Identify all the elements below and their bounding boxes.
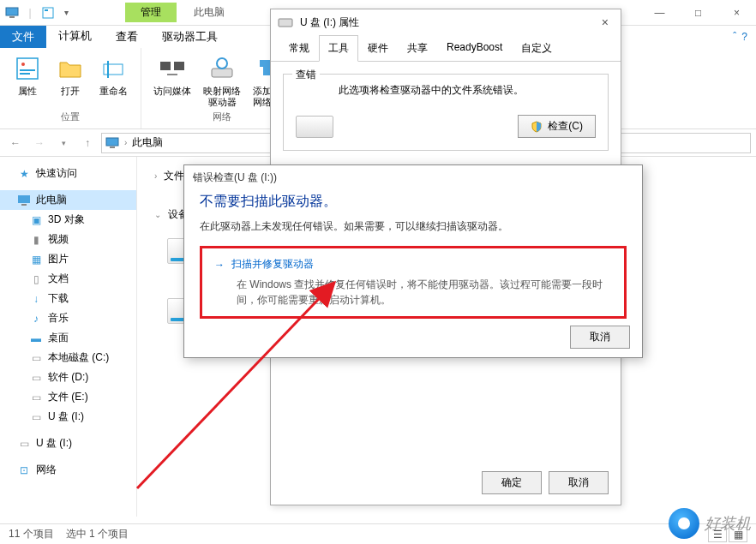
tab-custom[interactable]: 自定义: [512, 35, 561, 62]
check-button[interactable]: 检查(C): [518, 115, 596, 138]
cancel-button[interactable]: 取消: [549, 471, 609, 494]
pc-icon: [105, 137, 119, 149]
tab-file[interactable]: 文件: [0, 26, 46, 48]
svg-rect-9: [107, 61, 109, 78]
action-heading: 扫描并修复驱动器: [231, 257, 314, 272]
dialog-body: 查错 此选项将检查驱动器中的文件系统错误。 检查(C): [271, 62, 621, 163]
ribbon-collapse-icon[interactable]: ˆ ?: [724, 26, 756, 48]
sidebar-3d-objects[interactable]: ▣3D 对象: [0, 210, 136, 230]
close-button[interactable]: ×: [717, 1, 756, 25]
svg-rect-1: [9, 16, 15, 18]
sidebar-documents[interactable]: ▯文档: [0, 269, 136, 289]
drive-icon: [296, 116, 333, 138]
pictures-icon: ▦: [29, 253, 43, 266]
qat: | ▾: [0, 5, 74, 21]
map-drive-icon: [208, 55, 236, 82]
folder-open-icon: [57, 55, 84, 82]
dialog-footer: 取消: [570, 326, 630, 349]
video-icon: ▮: [29, 233, 43, 247]
address-text: 此电脑: [132, 135, 163, 150]
nav-up-button[interactable]: ↑: [77, 133, 98, 153]
sidebar-u-drive[interactable]: ▭U 盘 (I:): [0, 407, 136, 427]
watermark-icon: [669, 508, 699, 539]
dialog-heading: 不需要扫描此驱动器。: [200, 193, 627, 211]
sidebar-c-drive[interactable]: ▭本地磁盘 (C:): [0, 348, 136, 368]
sidebar-item-label: 3D 对象: [48, 212, 85, 227]
item-count: 11 个项目: [9, 527, 54, 541]
map-drive-button[interactable]: 映射网络 驱动器: [198, 51, 246, 111]
rename-label: 重命名: [99, 86, 128, 97]
pc-icon: [17, 194, 31, 207]
sidebar-e-drive[interactable]: ▭文件 (E:): [0, 387, 136, 407]
access-media-button[interactable]: 访问媒体: [148, 51, 196, 111]
scan-repair-action[interactable]: → 扫描并修复驱动器 在 Windows 查找并修复任何错误时，将不能使用驱动器…: [200, 246, 627, 319]
svg-rect-20: [21, 204, 27, 206]
svg-rect-10: [160, 62, 171, 70]
cancel-button[interactable]: 取消: [570, 326, 630, 349]
sidebar-videos[interactable]: ▮视频: [0, 230, 136, 249]
sidebar-item-label: U 盘 (I:): [48, 409, 84, 424]
sidebar-quick-access[interactable]: ★快速访问: [0, 164, 136, 183]
sidebar-network[interactable]: ⊡网络: [0, 460, 136, 480]
svg-rect-13: [212, 69, 232, 77]
sidebar-item-label: 下载: [48, 291, 69, 306]
rename-button[interactable]: 重命名: [93, 51, 134, 111]
sidebar-item-label: 软件 (D:): [48, 370, 88, 385]
tab-general[interactable]: 常规: [279, 35, 319, 62]
sidebar-pictures[interactable]: ▦图片: [0, 249, 136, 269]
sidebar-downloads[interactable]: ↓下载: [0, 289, 136, 308]
usb-icon: ▭: [17, 437, 31, 451]
qat-dropdown-icon[interactable]: ▾: [58, 5, 74, 21]
minimize-button[interactable]: —: [640, 1, 679, 25]
tab-view[interactable]: 查看: [104, 26, 150, 48]
drive-icon: [278, 16, 293, 28]
props-qat-icon[interactable]: [40, 5, 56, 21]
nav-fwd-button[interactable]: →: [29, 133, 50, 153]
sidebar-item-label: 网络: [36, 463, 57, 477]
desktop-icon: ▬: [29, 332, 43, 345]
divider-icon: |: [22, 5, 38, 21]
tab-readyboost[interactable]: ReadyBoost: [437, 35, 512, 62]
properties-label: 属性: [18, 86, 37, 97]
dialog-body: 不需要扫描此驱动器。 在此驱动器上未发现任何错误。如果需要，可以继续扫描该驱动器…: [184, 189, 642, 332]
nav-back-button[interactable]: ←: [5, 133, 26, 153]
sidebar-item-label: 文件 (E:): [48, 390, 88, 404]
sidebar-u-drive-2[interactable]: ▭U 盘 (I:): [0, 433, 136, 453]
svg-point-5: [21, 63, 25, 66]
tab-computer[interactable]: 计算机: [46, 26, 104, 48]
dialog-title: U 盘 (I:) 属性: [300, 15, 359, 30]
drive-icon: ▭: [29, 371, 43, 385]
svg-rect-19: [18, 195, 30, 203]
tab-hardware[interactable]: 硬件: [358, 35, 398, 62]
sidebar-music[interactable]: ♪音乐: [0, 308, 136, 328]
sidebar-d-drive[interactable]: ▭软件 (D:): [0, 368, 136, 387]
svg-point-14: [217, 58, 227, 69]
sidebar-item-label: 本地磁盘 (C:): [48, 350, 109, 365]
open-button[interactable]: 打开: [50, 51, 91, 111]
svg-rect-7: [20, 73, 30, 75]
svg-rect-6: [20, 69, 35, 71]
sidebar-desktop[interactable]: ▬桌面: [0, 328, 136, 348]
tab-sharing[interactable]: 共享: [398, 35, 437, 62]
dialog-titlebar: U 盘 (I:) 属性 ×: [271, 9, 621, 35]
nav-history-button[interactable]: ▾: [53, 133, 74, 153]
nav-sidebar: ★快速访问 此电脑 ▣3D 对象 ▮视频 ▦图片 ▯文档 ↓下载 ♪音乐 ▬桌面…: [0, 157, 137, 517]
tab-tools[interactable]: 工具: [319, 35, 358, 62]
dialog-footer: 确定 取消: [482, 471, 609, 494]
contextual-tab-mgmt: 管理: [125, 3, 177, 22]
media-icon: [159, 55, 186, 82]
tab-drive-tools[interactable]: 驱动器工具: [150, 26, 230, 48]
dialog-tabs: 常规 工具 硬件 共享 ReadyBoost 自定义: [271, 35, 621, 62]
sidebar-item-label: 音乐: [48, 311, 69, 326]
dialog-close-button[interactable]: ×: [597, 15, 614, 29]
svg-rect-17: [106, 138, 118, 146]
drive-icon: ▭: [29, 351, 43, 365]
group-network-label: 网络: [213, 111, 231, 125]
ok-button[interactable]: 确定: [482, 471, 542, 494]
chevron-right-icon: ›: [124, 138, 127, 147]
sidebar-this-pc[interactable]: 此电脑: [0, 190, 136, 210]
maximize-button[interactable]: □: [679, 1, 717, 25]
properties-button[interactable]: 属性: [7, 51, 48, 111]
pc-icon: [4, 5, 20, 21]
sidebar-item-label: 快速访问: [36, 166, 77, 181]
